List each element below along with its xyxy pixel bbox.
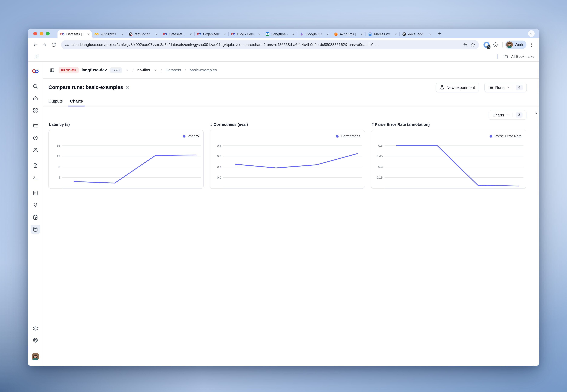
users-icon[interactable]	[30, 145, 40, 154]
bookmark-star-icon[interactable]	[470, 42, 475, 47]
reload-button[interactable]	[50, 41, 57, 49]
file-code-icon[interactable]	[30, 161, 40, 170]
breadcrumb-item[interactable]: basic-examples	[190, 68, 217, 72]
chart-2: # Correctness (eval)0.80.60.40.2Correctn…	[210, 122, 365, 189]
runs-dropdown-button[interactable]: Runs 4	[484, 83, 527, 92]
all-bookmarks-button[interactable]: All Bookmarks	[511, 54, 534, 58]
chart-3: # Parse Error Rate (annotation)0.60.450.…	[371, 122, 526, 189]
browser-tab[interactable]: Organizatio	[194, 30, 228, 38]
home-icon[interactable]	[30, 94, 40, 103]
browser-tabs: Datasets | L20250923feat(io-tabDatasets …	[57, 30, 434, 38]
title-row: Compare runs: basic-examples New experim…	[43, 79, 539, 96]
back-button[interactable]	[31, 41, 39, 49]
tab-close-icon[interactable]	[359, 32, 364, 36]
svg-text:0.6: 0.6	[378, 144, 383, 147]
chart-title: Latency (s)	[49, 122, 204, 127]
legend-dot-ic	[336, 135, 339, 138]
browser-tab[interactable]: docs: add	[399, 30, 434, 38]
tab-close-icon[interactable]	[257, 32, 261, 36]
tab-outputs[interactable]: Outputs	[48, 96, 63, 106]
chevron-down-icon[interactable]	[154, 68, 157, 72]
svg-text:12: 12	[57, 154, 60, 158]
chevron-down-icon	[507, 86, 510, 89]
tab-close-icon[interactable]	[86, 32, 90, 36]
svg-text:0.6: 0.6	[217, 154, 222, 158]
database-icon[interactable]	[30, 225, 40, 234]
tab-close-icon[interactable]	[154, 32, 158, 36]
browser-tab[interactable]: Blog - Lang	[228, 30, 263, 38]
dashboard-grid-icon[interactable]	[30, 106, 40, 115]
profile-chip[interactable]: Work	[505, 41, 526, 49]
extensions-puzzle-button[interactable]	[492, 41, 499, 49]
breadcrumb-org[interactable]: langfuse-dev	[82, 68, 107, 72]
extension-badge-icon[interactable]	[483, 42, 490, 48]
forward-button[interactable]	[41, 41, 48, 49]
page-tabs: Outputs Charts	[43, 96, 539, 106]
new-experiment-button[interactable]: New experiment	[436, 83, 479, 92]
list-tree-icon[interactable]	[30, 121, 40, 130]
chart-legend: latency	[183, 134, 199, 138]
square-percent-icon[interactable]	[30, 188, 40, 197]
browser-tab[interactable]: feat(io-tab	[126, 30, 160, 38]
line-chart-svg: 0.80.60.40.2	[210, 130, 365, 188]
zoom-icon[interactable]	[463, 42, 468, 47]
url-text[interactable]: cloud.langfuse.com/project/cmfwgv8fx002o…	[72, 43, 460, 47]
main-panel: PROD-EU langfuse-dev Team / no-filter / …	[43, 62, 539, 366]
tab-search-button[interactable]	[528, 30, 535, 37]
collapse-panel-rail[interactable]	[533, 106, 539, 366]
chevron-down-icon[interactable]	[125, 68, 129, 72]
flask-icon	[440, 85, 444, 90]
browser-menu-button[interactable]	[528, 41, 536, 49]
browser-tab[interactable]: Datasets | L	[57, 30, 92, 38]
langfuse-app: PROD-EU langfuse-dev Team / no-filter / …	[28, 62, 539, 366]
langfuse-logo-icon	[32, 69, 39, 73]
charts-dropdown-button[interactable]: Charts 3	[489, 110, 527, 120]
user-avatar[interactable]	[32, 353, 39, 360]
support-lifebuoy-icon[interactable]	[30, 336, 40, 345]
apps-grid-button[interactable]	[33, 53, 41, 60]
tab-close-icon[interactable]	[120, 32, 124, 36]
charts-count-badge: 3	[516, 112, 523, 118]
terminal-icon[interactable]	[30, 173, 40, 182]
browser-tab[interactable]: Accounts |	[331, 30, 365, 38]
breadcrumb-datasets-link[interactable]: Datasets	[166, 68, 181, 72]
browser-tab[interactable]: Marlies we	[365, 30, 399, 38]
chart-card[interactable]: 0.80.60.40.2Correctness	[210, 130, 365, 189]
browser-tab[interactable]: 20250923	[92, 30, 126, 38]
info-icon[interactable]	[125, 85, 129, 89]
panel-toggle-button[interactable]	[48, 66, 56, 74]
svg-text:0.15: 0.15	[377, 176, 383, 179]
tab-charts[interactable]: Charts	[70, 96, 83, 106]
browser-tab[interactable]: 6Langfuse -	[263, 30, 297, 38]
clock-icon[interactable]	[30, 133, 40, 142]
chart-title: # Parse Error Rate (annotation)	[371, 122, 526, 127]
tab-close-icon[interactable]	[223, 32, 227, 36]
tab-close-icon[interactable]	[291, 32, 295, 36]
site-controls-icon[interactable]	[65, 43, 69, 47]
chart-card[interactable]: 0.60.450.30.15Parse Error Rate	[371, 130, 526, 189]
clipboard-pen-icon[interactable]	[30, 213, 40, 222]
breadcrumb-project[interactable]: no-filter	[137, 68, 151, 72]
new-tab-button[interactable]	[435, 29, 443, 37]
chart-line	[74, 155, 196, 183]
minimize-window-button[interactable]	[40, 32, 43, 35]
browser-tab[interactable]: Google Ger	[297, 30, 331, 38]
charts-content: Charts 3 Latency (s)161284latency# Corre…	[43, 106, 539, 366]
charts-row: Latency (s)161284latency# Correctness (e…	[43, 106, 539, 189]
fullscreen-window-button[interactable]	[46, 32, 50, 35]
tab-close-icon[interactable]	[394, 32, 398, 36]
chart-card[interactable]: 161284latency	[48, 130, 204, 189]
tab-close-icon[interactable]	[428, 32, 432, 36]
tab-close-icon[interactable]	[188, 32, 193, 36]
url-bar[interactable]: cloud.langfuse.com/project/cmfwgv8fx002o…	[61, 40, 479, 49]
svg-text:6: 6	[267, 33, 268, 35]
tab-close-icon[interactable]	[325, 32, 329, 36]
lightbulb-icon[interactable]	[30, 200, 40, 210]
chart-legend: Parse Error Rate	[490, 134, 522, 138]
window-controls	[33, 32, 50, 35]
browser-tab[interactable]: Datasets | L	[160, 30, 194, 38]
settings-gear-icon[interactable]	[30, 324, 40, 333]
close-window-button[interactable]	[33, 32, 37, 35]
search-icon[interactable]	[30, 82, 40, 91]
svg-text:0.3: 0.3	[378, 165, 383, 168]
